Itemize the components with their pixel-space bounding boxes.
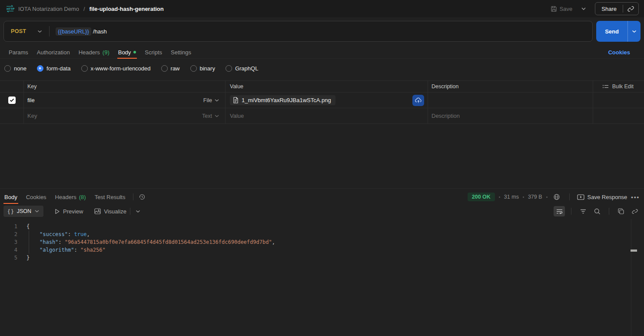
tab-authorization[interactable]: Authorization [33, 46, 74, 58]
cookies-link[interactable]: Cookies [608, 49, 640, 56]
key-value: file [27, 97, 35, 103]
url-input[interactable]: {{baseURL}} /hash [56, 27, 592, 36]
share-button-group: Share [595, 2, 639, 15]
method-selector[interactable]: POST [4, 28, 49, 34]
response-toolbar [554, 206, 641, 216]
visualize-button[interactable]: Visualize [94, 208, 126, 215]
resp-tab-cookies-label: Cookies [26, 194, 46, 200]
resp-tab-headers[interactable]: Headers (8) [51, 190, 90, 203]
line-number: 1 [0, 223, 17, 230]
request-bar: POST {{baseURL}} /hash Send [3, 21, 641, 42]
wrap-text-icon[interactable] [554, 206, 565, 216]
mode-urlencoded-label: x-www-form-urlencoded [91, 65, 151, 72]
key-cell-empty[interactable]: Key Text [24, 108, 226, 123]
header-bulk-edit-cell: Bulk Edit [593, 81, 644, 92]
value-placeholder: Value [230, 113, 244, 119]
dot-separator [546, 196, 548, 198]
send-options-chevron-icon[interactable] [627, 21, 641, 42]
param-type-selector[interactable]: File [203, 97, 219, 103]
bulk-edit-button[interactable]: Bulk Edit [602, 83, 634, 90]
visualize-label: Visualize [104, 208, 126, 215]
header-description-label: Description [432, 83, 459, 90]
scrollbar-thumb[interactable] [631, 250, 637, 252]
resp-tab-body[interactable]: Body [0, 190, 22, 203]
response-tabs: Body Cookies Headers (8) Test Results [0, 190, 147, 203]
breadcrumb-request-name[interactable]: file-upload-hash-generation [90, 6, 164, 12]
code-line: 3 "hash": "96a5447815a0bf0e7efa66845f4d4… [0, 238, 644, 246]
send-split-button: Send [596, 21, 641, 42]
mode-graphql[interactable]: GraphQL [226, 65, 258, 72]
search-icon[interactable] [591, 206, 603, 216]
editor-edge-divider [631, 219, 631, 336]
key-cell[interactable]: file File [24, 93, 226, 108]
response-history-icon[interactable] [137, 192, 147, 202]
tab-params[interactable]: Params [4, 46, 33, 58]
url-variable-chip: {{baseURL}} [56, 27, 91, 36]
empty-area [0, 124, 644, 188]
tab-params-label: Params [9, 49, 28, 56]
tab-headers[interactable]: Headers (9) [74, 46, 114, 58]
copy-link-icon[interactable] [623, 6, 638, 12]
cloud-upload-icon [415, 97, 422, 103]
save-label: Save [560, 6, 573, 12]
tab-scripts[interactable]: Scripts [140, 46, 166, 58]
send-button[interactable]: Send [596, 21, 627, 42]
save-options-chevron-icon[interactable] [579, 5, 588, 12]
radio-icon [161, 65, 168, 72]
header-value-label: Value [230, 83, 243, 90]
chevron-down-icon [215, 115, 219, 117]
header-key: Key [24, 81, 226, 92]
resp-tab-cookies[interactable]: Cookies [22, 190, 51, 203]
mode-binary[interactable]: binary [190, 65, 215, 72]
description-cell-empty[interactable]: Description [428, 108, 593, 123]
resp-tab-body-label: Body [4, 194, 17, 200]
format-more-chevron-icon[interactable] [134, 208, 142, 215]
tab-settings-label: Settings [171, 49, 191, 56]
radio-icon [4, 65, 11, 72]
mode-none[interactable]: none [4, 65, 27, 72]
line-number: 4 [0, 246, 17, 254]
mode-x-www-form-urlencoded[interactable]: x-www-form-urlencoded [81, 65, 151, 72]
row-checkbox-checked[interactable] [8, 96, 16, 104]
value-cell: 1_miVbmt6YaxRu9JBa1wSTcA.png [226, 93, 428, 108]
code-line: 5 } [0, 254, 644, 262]
mode-form-data[interactable]: form-data [37, 65, 71, 72]
code-token: "sha256" [80, 247, 106, 253]
response-time: 31 ms [504, 194, 519, 200]
tab-body[interactable]: Body [114, 46, 141, 58]
tab-body-label: Body [118, 49, 131, 56]
param-type-selector[interactable]: Text [202, 113, 219, 119]
tab-scripts-label: Scripts [145, 49, 162, 56]
save-button[interactable]: Save [548, 4, 575, 14]
save-response-button[interactable]: Save Response [577, 194, 627, 200]
resp-tab-headers-count: (8) [79, 194, 86, 200]
filter-icon[interactable] [578, 206, 589, 216]
copy-icon[interactable] [615, 206, 627, 216]
file-chip[interactable]: 1_miVbmt6YaxRu9JBa1wSTcA.png [230, 95, 335, 105]
response-meta: 200 OK 31 ms 379 B Save Response [468, 192, 640, 202]
file-icon [233, 97, 239, 103]
resp-tab-test-results[interactable]: Test Results [90, 190, 130, 203]
mode-raw[interactable]: raw [161, 65, 180, 72]
tab-settings[interactable]: Settings [166, 46, 196, 58]
response-format-selector[interactable]: { } JSON [3, 206, 43, 217]
radio-icon [226, 65, 232, 72]
code-line: 1 { [0, 223, 644, 230]
header-checkbox-cell [0, 81, 24, 92]
row-checkbox-cell [0, 93, 24, 108]
form-row-empty: Key Text Value Description [0, 108, 644, 124]
tab-headers-label: Headers [79, 49, 100, 56]
more-actions-icon[interactable]: ••• [631, 194, 640, 200]
code-token: "96a5447815a0bf0e7efa66845f4d45fd8d01564… [65, 239, 272, 245]
description-cell[interactable] [428, 93, 593, 108]
preview-button[interactable]: Preview [55, 208, 83, 215]
value-cell-empty[interactable]: Value [226, 108, 428, 123]
line-number: 5 [0, 254, 17, 262]
share-button[interactable]: Share [595, 6, 623, 12]
link-icon[interactable] [629, 206, 641, 216]
param-type-label: File [203, 97, 212, 103]
body-modified-dot-icon [133, 51, 136, 53]
breadcrumb-collection[interactable]: IOTA Notarization Demo [18, 6, 79, 12]
upload-file-button[interactable] [412, 95, 424, 106]
network-globe-icon[interactable] [551, 192, 562, 202]
